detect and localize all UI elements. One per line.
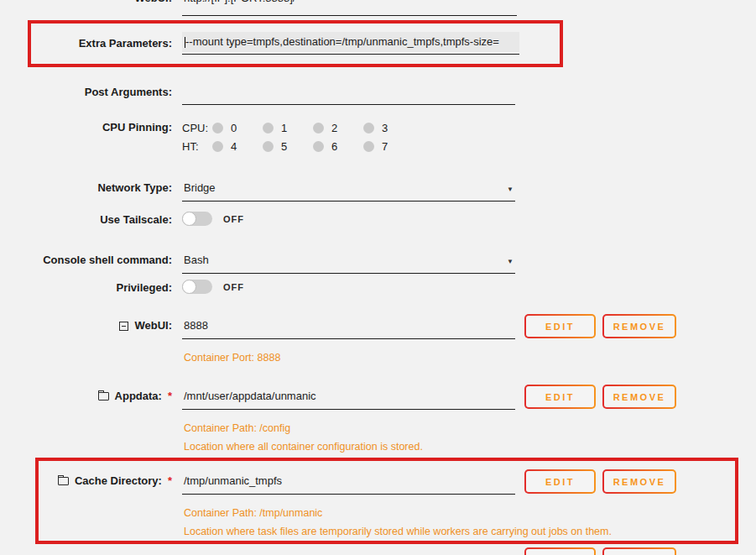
extra-parameters-row: Extra Parameters: --mount type=tmpfs,des… [0, 32, 756, 55]
cpu-core-checkbox[interactable] [313, 123, 324, 134]
webui-port-input[interactable]: 8888 [182, 314, 515, 339]
folder-icon [98, 392, 109, 401]
webui-url-input[interactable]: http://[IP]:[PORT:8888]/ [182, 0, 517, 16]
privileged-state: OFF [223, 282, 244, 294]
cpu-core-checkbox[interactable] [363, 123, 374, 134]
appdata-path-input[interactable]: /mnt/user/appdata/unmanic [182, 385, 515, 410]
appdata-row: Appdata:* /mnt/user/appdata/unmanic EDIT… [0, 385, 756, 456]
console-shell-value: Bash [184, 254, 209, 266]
webui-url-label: WebUI: [0, 0, 172, 5]
remove-button[interactable]: REMOVE [602, 469, 676, 494]
post-arguments-label: Post Arguments: [0, 81, 172, 99]
cpu-core-number: 1 [281, 122, 287, 134]
appdata-label: Appdata: [115, 390, 162, 403]
toggle-knob [182, 280, 196, 294]
required-asterisk: * [168, 474, 172, 488]
tailscale-toggle[interactable] [182, 212, 212, 226]
cache-directory-input[interactable]: /tmp/unmanic_tmpfs [182, 469, 515, 495]
cpu-core-checkbox[interactable] [263, 123, 274, 134]
cpu-core-number: 5 [281, 140, 287, 153]
post-arguments-input[interactable] [182, 81, 515, 105]
cache-directory-row: Cache Directory:* /tmp/unmanic_tmpfs EDI… [0, 469, 756, 541]
next-mapping-row-clipped: EDIT REMOVE [524, 547, 676, 555]
cpu-core-number: 2 [331, 122, 337, 134]
post-arguments-row: Post Arguments: [0, 81, 756, 105]
cpu-core-checkbox[interactable] [263, 141, 274, 152]
container-port-helper: Container Port: 8888 [182, 348, 676, 367]
edit-button[interactable]: EDIT [524, 314, 596, 338]
privileged-label: Privileged: [0, 278, 172, 295]
webui-port-row: WebUI: 8888 EDIT REMOVE Container Port: … [0, 314, 756, 367]
network-type-value: Bridge [184, 181, 216, 194]
collapse-icon[interactable] [119, 322, 128, 331]
cpu-core-number: 3 [382, 122, 388, 134]
required-asterisk: * [168, 390, 172, 403]
edit-button[interactable]: EDIT [524, 385, 596, 409]
cpu-core-checkbox[interactable] [212, 141, 223, 152]
dropdown-arrow-icon: ▼ [507, 183, 514, 196]
cpu-pinning-row: CPU Pinning: CPU: 0 1 2 3 HT: 4 5 6 7 [0, 118, 756, 155]
network-type-label: Network Type: [0, 176, 172, 195]
privileged-row: Privileged: OFF [0, 278, 756, 295]
cpu-core-number: 6 [331, 140, 337, 153]
console-shell-label: Console shell command: [0, 249, 172, 267]
ht-line-tag: HT: [182, 140, 212, 153]
extra-parameters-label: Extra Parameters: [0, 32, 172, 50]
folder-icon [58, 477, 69, 485]
cpu-line-tag: CPU: [182, 122, 212, 134]
edit-button[interactable]: EDIT [524, 547, 596, 555]
description-helper: Location where all container configurati… [182, 437, 676, 456]
cache-directory-label: Cache Directory: [75, 474, 162, 488]
use-tailscale-row: Use Tailscale: OFF [0, 210, 756, 227]
webui-url-row: WebUI: http://[IP]:[PORT:8888]/ [0, 0, 756, 16]
cpu-core-line: CPU: 0 1 2 3 [182, 118, 414, 137]
webui-port-label: WebUI: [134, 319, 172, 332]
cpu-core-checkbox[interactable] [363, 141, 374, 152]
cpu-core-number: 0 [231, 122, 237, 134]
extra-parameters-input[interactable]: --mount type=tmpfs,destination=/tmp/unma… [182, 32, 519, 55]
container-path-helper: Container Path: /tmp/unmanic [182, 504, 676, 522]
dropdown-arrow-icon: ▼ [507, 255, 514, 269]
network-type-select[interactable]: Bridge ▼ [182, 176, 515, 202]
tailscale-state: OFF [223, 214, 244, 226]
edit-button[interactable]: EDIT [524, 469, 596, 494]
cpu-core-number: 7 [382, 140, 388, 153]
remove-button[interactable]: REMOVE [602, 314, 676, 338]
cpu-core-checkbox[interactable] [212, 123, 223, 134]
container-path-helper: Container Path: /config [182, 419, 676, 437]
remove-button[interactable]: REMOVE [602, 547, 676, 555]
network-type-row: Network Type: Bridge ▼ [0, 176, 756, 202]
console-shell-select[interactable]: Bash ▼ [182, 249, 515, 274]
privileged-toggle[interactable] [182, 280, 212, 294]
cpu-core-number: 4 [231, 140, 237, 153]
toggle-knob [182, 212, 196, 226]
use-tailscale-label: Use Tailscale: [0, 210, 172, 227]
cpu-core-checkbox[interactable] [313, 141, 324, 152]
description-helper: Location where task files are temporaril… [182, 522, 676, 541]
console-shell-row: Console shell command: Bash ▼ [0, 249, 756, 274]
remove-button[interactable]: REMOVE [602, 385, 676, 409]
extra-parameters-value: --mount type=tmpfs,destination=/tmp/unma… [185, 35, 499, 49]
cpu-pinning-label: CPU Pinning: [0, 118, 172, 137]
ht-core-line: HT: 4 5 6 7 [182, 137, 414, 155]
